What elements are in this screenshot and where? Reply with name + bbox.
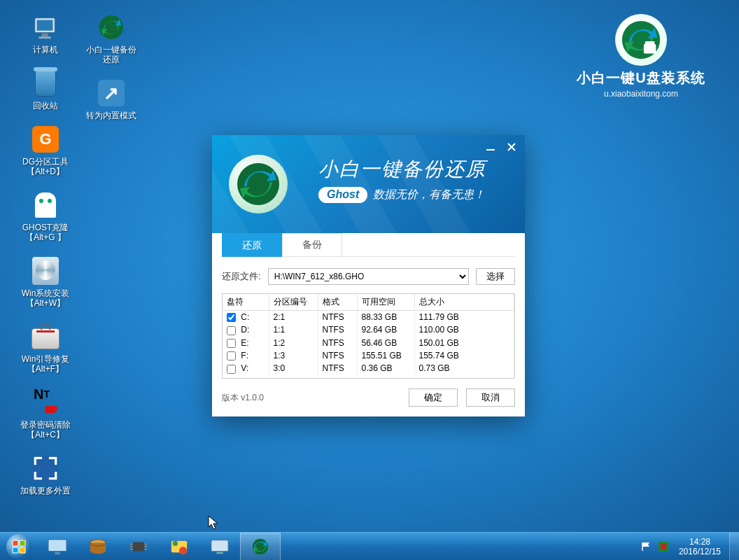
row-checkbox[interactable] bbox=[227, 313, 236, 322]
col-total: 总大小 bbox=[414, 294, 514, 311]
svg-rect-6 bbox=[644, 44, 656, 54]
dialog-slogan: 数据无价，有备无患！ bbox=[373, 188, 485, 202]
desktop: 计算机回收站GDG分区工具【Alt+D】GHOST克隆【Alt+G 】Win系统… bbox=[0, 0, 739, 560]
partition-table[interactable]: 盘符 分区编号 格式 可用空间 总大小 C:2:1NTFS88.33 GB111… bbox=[222, 293, 515, 379]
brand-url: u.xiaobaixitong.com bbox=[571, 89, 711, 99]
tray-status-icon[interactable] bbox=[658, 541, 669, 552]
desktop-icon-label: 计算机 bbox=[14, 45, 77, 55]
desktop-icon-label: GHOST克隆【Alt+G 】 bbox=[14, 223, 77, 242]
desktop-icon-convmode[interactable]: ↗转为内置模式 bbox=[80, 78, 143, 120]
file-label: 还原文件: bbox=[222, 270, 261, 283]
tab-restore[interactable]: 还原 bbox=[222, 233, 282, 257]
table-row[interactable]: F:1:3NTFS155.51 GB155.74 GB bbox=[223, 349, 514, 362]
row-checkbox[interactable] bbox=[227, 365, 236, 374]
bootfix-icon bbox=[31, 322, 60, 351]
show-desktop-button[interactable] bbox=[729, 533, 739, 561]
start-button[interactable] bbox=[0, 533, 37, 561]
tab-backup[interactable]: 备份 bbox=[282, 233, 342, 257]
computer-icon bbox=[31, 13, 60, 42]
ghost-icon bbox=[31, 190, 60, 220]
desktop-icons: 计算机回收站GDG分区工具【Alt+D】GHOST克隆【Alt+G 】Win系统… bbox=[14, 13, 143, 510]
row-checkbox[interactable] bbox=[227, 351, 236, 360]
svg-rect-13 bbox=[55, 552, 59, 554]
dialog-subtitle: Ghost 数据无价，有备无患！ bbox=[318, 187, 485, 203]
wininstall-icon bbox=[31, 256, 60, 286]
taskbar-item-tools[interactable] bbox=[159, 533, 199, 561]
tray-clock[interactable]: 14:28 2016/12/15 bbox=[675, 537, 725, 556]
cancel-button[interactable]: 取消 bbox=[466, 388, 515, 407]
ok-button[interactable]: 确定 bbox=[409, 388, 458, 407]
loadext-icon bbox=[31, 454, 60, 483]
col-fs: 格式 bbox=[318, 294, 357, 311]
desktop-icon-label: 加载更多外置 bbox=[14, 486, 77, 496]
col-partnum: 分区编号 bbox=[269, 294, 318, 311]
minimize-button[interactable] bbox=[484, 141, 497, 153]
ghost-pill: Ghost bbox=[318, 187, 367, 203]
taskbar-item-chip[interactable] bbox=[118, 533, 159, 561]
desktop-icon-pwd[interactable]: NT登录密码清除【Alt+C】 bbox=[14, 388, 77, 440]
desktop-icon-label: DG分区工具【Alt+D】 bbox=[14, 157, 77, 176]
desktop-icon-loadext[interactable]: 加载更多外置 bbox=[14, 454, 77, 496]
xiaobai-icon bbox=[97, 13, 126, 42]
desktop-icon-wininstall[interactable]: Win系统安装【Alt+W】 bbox=[14, 256, 77, 308]
browse-button[interactable]: 选择 bbox=[476, 268, 515, 285]
table-row[interactable]: C:2:1NTFS88.33 GB111.79 GB bbox=[223, 311, 514, 324]
desktop-icon-label: 转为内置模式 bbox=[80, 111, 143, 120]
col-free: 可用空间 bbox=[357, 294, 414, 311]
desktop-icon-label: Win系统安装【Alt+W】 bbox=[14, 288, 77, 308]
svg-rect-27 bbox=[216, 552, 223, 554]
taskbar-item-disk[interactable] bbox=[78, 533, 118, 561]
table-row[interactable]: E:1:2NTFS56.46 GB150.01 GB bbox=[223, 337, 514, 349]
desktop-icon-bootfix[interactable]: Win引导修复【Alt+F】 bbox=[14, 322, 77, 374]
desktop-icon-label: Win引导修复【Alt+F】 bbox=[14, 354, 77, 374]
taskbar: 14:28 2016/12/15 bbox=[0, 532, 739, 560]
file-select[interactable]: H:\WIN7_612_x86.GHO bbox=[268, 268, 469, 285]
svg-rect-1 bbox=[37, 20, 53, 31]
taskbar-item-system[interactable] bbox=[199, 533, 240, 561]
dialog-logo-icon bbox=[229, 155, 288, 214]
table-row[interactable]: D:1:1NTFS92.64 GB110.00 GB bbox=[223, 323, 514, 336]
brand-block: 小白一键U盘装系统 u.xiaobaixitong.com bbox=[571, 14, 711, 99]
svg-point-11 bbox=[237, 163, 279, 205]
dialog-header: 小白一键备份还原 Ghost 数据无价，有备无患！ bbox=[212, 135, 525, 233]
desktop-icon-recycle[interactable]: 回收站 bbox=[14, 69, 77, 111]
svg-point-4 bbox=[99, 15, 123, 39]
clock-date: 2016/12/15 bbox=[679, 547, 721, 556]
taskbar-items bbox=[37, 533, 281, 561]
taskbar-item-xiaobai[interactable] bbox=[240, 533, 281, 561]
svg-rect-26 bbox=[211, 540, 228, 551]
dialog-title: 小白一键备份还原 bbox=[318, 156, 486, 183]
pwd-icon: NT bbox=[31, 388, 60, 417]
clock-time: 14:28 bbox=[679, 537, 721, 547]
row-checkbox[interactable] bbox=[227, 326, 236, 335]
svg-rect-7 bbox=[645, 41, 655, 46]
dg-icon: G bbox=[31, 125, 60, 154]
brand-title: 小白一键U盘装系统 bbox=[571, 69, 711, 88]
tray-flag-icon[interactable] bbox=[641, 541, 652, 552]
system-tray: 14:28 2016/12/15 bbox=[641, 537, 729, 556]
version-label: 版本 v1.0.0 bbox=[222, 392, 264, 404]
svg-point-24 bbox=[179, 547, 187, 554]
svg-rect-12 bbox=[48, 539, 66, 551]
desktop-icon-xiaobai[interactable]: 小白一键备份还原 bbox=[80, 13, 143, 64]
brand-logo-icon bbox=[615, 14, 667, 66]
convmode-icon: ↗ bbox=[97, 78, 126, 108]
desktop-icon-label: 登录密码清除【Alt+C】 bbox=[14, 420, 77, 440]
desktop-icon-ghost[interactable]: GHOST克隆【Alt+G 】 bbox=[14, 190, 77, 242]
desktop-icon-label: 小白一键备份还原 bbox=[80, 45, 143, 64]
cursor-icon bbox=[208, 515, 220, 532]
tab-bar: 还原 备份 bbox=[222, 233, 515, 257]
desktop-icon-dg[interactable]: GDG分区工具【Alt+D】 bbox=[14, 125, 77, 176]
svg-point-25 bbox=[173, 540, 178, 545]
svg-rect-2 bbox=[41, 34, 48, 37]
svg-rect-16 bbox=[133, 542, 145, 551]
svg-rect-3 bbox=[39, 36, 51, 38]
row-checkbox[interactable] bbox=[227, 339, 236, 348]
table-row[interactable]: V:3:0NTFS0.36 GB0.73 GB bbox=[223, 362, 514, 374]
col-drive: 盘符 bbox=[223, 294, 269, 311]
desktop-icon-label: 回收站 bbox=[14, 101, 77, 111]
close-button[interactable] bbox=[505, 141, 518, 153]
desktop-icon-computer[interactable]: 计算机 bbox=[14, 13, 77, 55]
recycle-icon bbox=[31, 69, 60, 98]
taskbar-item-monitor[interactable] bbox=[37, 533, 78, 561]
